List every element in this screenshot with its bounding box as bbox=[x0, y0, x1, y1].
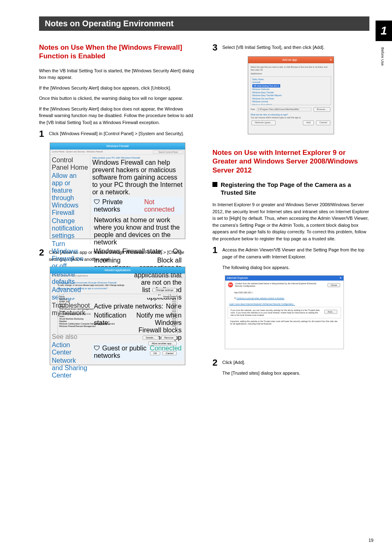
left-step-1-text: Click [Windows Firewall] in [Control Pan… bbox=[49, 129, 184, 138]
step-number: 2 bbox=[39, 248, 45, 263]
list-item-selected: VB Initial Setting Tool v6.0.1 bbox=[252, 84, 280, 88]
ie-add-btn: Add... bbox=[324, 310, 337, 314]
step-number: 1 bbox=[39, 129, 45, 138]
addapp-nettypes-btn: Network types... bbox=[251, 120, 276, 125]
addapp-browse-btn: Browse... bbox=[314, 107, 330, 112]
ie-title: Internet Explorer bbox=[227, 276, 248, 280]
allowed-bc: Windows Firewall › Allowed applications bbox=[52, 274, 88, 278]
right-step-1-after: The following dialog box appears. bbox=[222, 263, 369, 271]
ie-msg1: Content from the website listed below is… bbox=[235, 282, 324, 288]
right-heading: Notes on Use with Internet Explorer 9 or… bbox=[212, 148, 369, 175]
list-item: Windows Defender bbox=[252, 88, 330, 91]
tab-number: 1 bbox=[380, 24, 387, 37]
right-step-1: 1 Access the Admin Viewer/VB Viewer and … bbox=[212, 246, 369, 271]
list-item: Uninstall bbox=[252, 81, 330, 84]
right-step-3: 3 Select [VB Initial Setting Tool], and … bbox=[212, 43, 369, 52]
subsection-trusted-site: Registering the Top Page of the Camera a… bbox=[212, 181, 369, 197]
page-banner-title: Notes on Operating Environment bbox=[45, 19, 173, 28]
left-step-1: 1 Click [Windows Firewall] in [Control P… bbox=[39, 129, 196, 138]
wf-main: Help protect your PC with Windows Firewa… bbox=[90, 155, 185, 244]
close-icon: ✕ bbox=[330, 57, 332, 63]
left-p1: When the VB Initial Setting Tool is star… bbox=[39, 67, 196, 81]
wf-nav-allow: Allow an app or feature through Windows … bbox=[52, 172, 88, 216]
right-p1: In Internet Explorer 9 or greater and Wi… bbox=[212, 201, 369, 242]
left-column: Notes on Use When the [Windows Firewall]… bbox=[39, 43, 196, 381]
allowed-col-priv: Private bbox=[163, 295, 170, 298]
allowed-ok-btn: OK bbox=[150, 351, 160, 355]
addapp-list: Sticky Notes Uninstall VB Initial Settin… bbox=[251, 76, 331, 105]
ie-checkbox-label: Continue to prompt when website content … bbox=[236, 297, 284, 299]
wf-priv: Private networks bbox=[94, 198, 122, 213]
left-p4: If the [Windows Security Alert] dialog b… bbox=[39, 106, 196, 126]
right-step-2-text: Click [Add]. bbox=[222, 358, 300, 366]
right-step-1-text: Access the Admin Viewer/VB Viewer and th… bbox=[222, 246, 369, 260]
list-item: Windows Easy Transfer Reports bbox=[252, 94, 330, 97]
allowed-another-btn: Allow another app... bbox=[148, 341, 177, 345]
allowed-sub: To add, change, or remove allowed apps a… bbox=[58, 284, 178, 286]
screenshot-allowed-apps: Allowed applications Windows Firewall › … bbox=[50, 267, 185, 365]
screenshot-windows-firewall: Windows Firewall Control Panel › System … bbox=[50, 143, 185, 239]
close-icon: ✕ bbox=[339, 276, 342, 280]
right-step-3-text: Select [VB Initial Setting Tool], and th… bbox=[222, 43, 325, 52]
allowed-table: NamePrivate Public SkyDrive☑ ☑ SNMP Trap… bbox=[58, 294, 178, 335]
allowed-risk: What are the risks of allowing an app to… bbox=[58, 287, 107, 293]
allowed-cancel-btn: Cancel bbox=[162, 351, 177, 355]
subsection-title: Registering the Top Page of the Camera a… bbox=[221, 181, 369, 197]
addapp-h1: Select the app that you want to add, or … bbox=[251, 66, 331, 71]
allowed-title: Allowed applications bbox=[50, 267, 185, 274]
ie-msg3: Important: adding this website to the Tr… bbox=[228, 318, 341, 327]
wf-nav-turn: Turn Windows Firewall on or off bbox=[52, 240, 88, 270]
wf-priv-state: Not connected bbox=[144, 198, 182, 213]
ie-url: http://192.168.100.1 bbox=[225, 290, 344, 295]
allowed-search: Search Control Panel bbox=[153, 274, 183, 278]
wf-title: Windows Firewall bbox=[50, 143, 185, 150]
list-item: Windows Easy Transfer bbox=[252, 91, 330, 94]
screenshot-ie-blocked: Internet Explorer✕ ⛔Content from the web… bbox=[225, 275, 344, 349]
square-marker-icon bbox=[212, 182, 217, 187]
wf-nav-notify: Change notification settings bbox=[52, 217, 88, 240]
ie-learn-link: Learn more about Internet Explorer's Enh… bbox=[229, 303, 295, 305]
addapp-path-val: C:\Program Files (x86)\Canon\WebView\iff… bbox=[257, 108, 311, 111]
right-step-2-after: The [Trusted sites] dialog box appears. bbox=[222, 369, 300, 377]
addapp-cancel-btn: Cancel bbox=[316, 120, 330, 125]
page-tab: 1 bbox=[376, 21, 392, 41]
shield-icon: ⛔ bbox=[228, 282, 233, 288]
page-number: 19 bbox=[369, 538, 374, 543]
list-item: Windows Firewall Remote Management bbox=[59, 325, 95, 327]
wf-breadcrumb: Control Panel › System and Security › Wi… bbox=[52, 150, 103, 154]
sidebar-label: Before Use bbox=[380, 47, 385, 66]
wf-state-val: On bbox=[173, 248, 182, 255]
addapp-add-btn: Add bbox=[303, 120, 314, 125]
allowed-remove-btn: Remove bbox=[161, 336, 177, 340]
wf-state-lbl: Windows Firewall state: bbox=[94, 248, 163, 255]
ie-close-btn: Close bbox=[327, 283, 340, 287]
wf-nav-home: Control Panel Home bbox=[52, 157, 88, 171]
ie-msg2: If you trust this website, you can lower… bbox=[231, 309, 321, 316]
list-item: Sticky Notes bbox=[252, 78, 330, 81]
left-p3: Once this button is clicked, the warning… bbox=[39, 95, 196, 102]
right-step-2: 2 Click [Add]. The [Trusted sites] dialo… bbox=[212, 358, 369, 377]
addapp-path-lbl: Path: bbox=[251, 108, 256, 111]
wf-priv-desc: Networks at home or work where you know … bbox=[92, 216, 183, 247]
step-number: 1 bbox=[212, 246, 218, 271]
list-item: Windows Fax and Scan bbox=[252, 97, 330, 100]
screenshot-add-an-app: Add an app✕ Select the app that you want… bbox=[248, 56, 334, 134]
allowed-details-btn: Details... bbox=[143, 336, 159, 340]
left-p2: If the [Windows Security Alert] dialog b… bbox=[39, 85, 196, 92]
addapp-apps-lbl: Applications: bbox=[251, 72, 331, 75]
page-banner: Notes on Operating Environment bbox=[39, 16, 369, 31]
addapp-choose: You can choose which network types to ad… bbox=[251, 116, 331, 119]
wf-search: Search Control Panel bbox=[153, 150, 183, 154]
list-item: Windows Journal bbox=[252, 100, 330, 103]
wf-h2: Windows Firewall can help prevent hacker… bbox=[92, 159, 183, 196]
step-number: 2 bbox=[212, 358, 218, 377]
wf-nav: Control Panel Home Allow an app or featu… bbox=[50, 155, 90, 244]
addapp-title: Add an app bbox=[282, 57, 297, 63]
allowed-change-btn: Change settings bbox=[152, 288, 177, 292]
right-column: 3 Select [VB Initial Setting Tool], and … bbox=[212, 43, 369, 381]
list-item: Windows PowerShell bbox=[252, 104, 330, 105]
left-heading: Notes on Use When the [Windows Firewall]… bbox=[39, 43, 196, 61]
step-number: 3 bbox=[212, 43, 218, 52]
